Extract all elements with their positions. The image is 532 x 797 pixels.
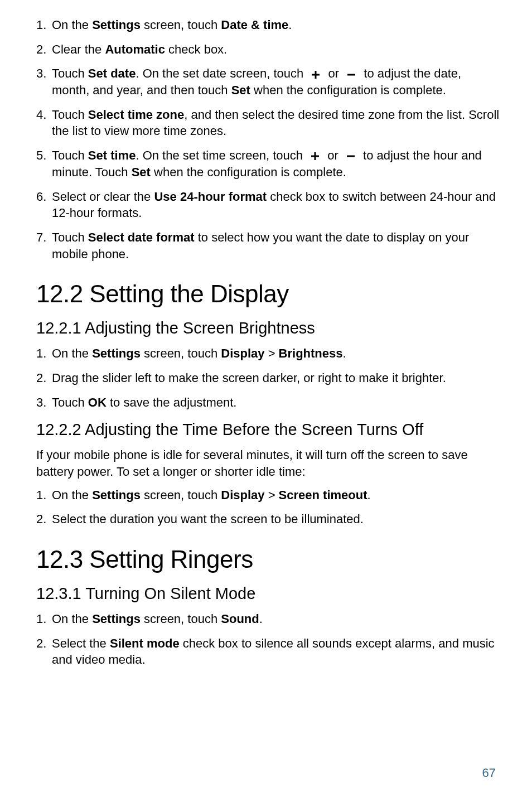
list-content: Drag the slider left to make the screen … — [52, 370, 501, 387]
list-number: 3. — [36, 65, 52, 98]
bold-text: Display — [221, 488, 264, 502]
list-item: 4. Touch Select time zone, and then sele… — [36, 107, 501, 139]
text: . — [367, 488, 371, 502]
list-item: 1. On the Settings screen, touch Display… — [36, 487, 501, 504]
text: check box. — [165, 42, 227, 56]
bold-text: Select time zone — [88, 108, 184, 122]
list-item: 1. On the Settings screen, touch Display… — [36, 345, 501, 362]
list-content: Touch Select date format to select how y… — [52, 229, 501, 262]
minus-icon — [345, 151, 356, 162]
bold-text: Screen timeout — [279, 488, 367, 502]
text: screen, touch — [141, 346, 221, 360]
bold-text: Settings — [92, 488, 141, 502]
list-item: 2. Select the Silent mode check box to s… — [36, 635, 501, 668]
list-item: 2. Select the duration you want the scre… — [36, 511, 501, 528]
bold-text: Select date format — [88, 230, 195, 244]
list-item: 2. Drag the slider left to make the scre… — [36, 370, 501, 387]
text: On the — [52, 488, 92, 502]
list-number: 2. — [36, 635, 52, 668]
paragraph: If your mobile phone is idle for several… — [36, 447, 501, 480]
text: . On the set time screen, touch — [136, 148, 306, 162]
list-content: On the Settings screen, touch Display > … — [52, 487, 501, 504]
bold-text: Automatic — [105, 42, 165, 56]
list-content: On the Settings screen, touch Date & tim… — [52, 17, 501, 33]
list-number: 4. — [36, 107, 52, 139]
text: or — [324, 148, 342, 162]
list-content: Select the Silent mode check box to sile… — [52, 635, 501, 668]
bold-text: Set time — [88, 148, 136, 162]
text: Drag the slider left to make the screen … — [52, 371, 446, 385]
list-item: 1. On the Settings screen, touch Date & … — [36, 17, 501, 33]
text: . — [288, 18, 292, 32]
list-item: 3. Touch Set date. On the set date scree… — [36, 65, 501, 98]
list-item: 1. On the Settings screen, touch Sound. — [36, 611, 501, 627]
page-number: 67 — [482, 766, 496, 780]
bold-text: Use 24-hour format — [154, 190, 267, 204]
minus-icon — [346, 69, 357, 80]
list-number: 1. — [36, 611, 52, 627]
text: . — [343, 346, 346, 360]
text: Select the — [52, 636, 110, 650]
bold-text: Silent mode — [110, 636, 180, 650]
bold-text: Date & time — [221, 18, 288, 32]
text: . — [259, 612, 263, 626]
list-item: 2. Clear the Automatic check box. — [36, 41, 501, 58]
intro-list: 1. On the Settings screen, touch Date & … — [36, 17, 501, 262]
text: or — [325, 66, 342, 80]
list-content: Touch OK to save the adjustment. — [52, 394, 501, 411]
list-content: Select the duration you want the screen … — [52, 511, 501, 528]
list-number: 3. — [36, 394, 52, 411]
text: . On the set date screen, touch — [136, 66, 307, 80]
list-number: 1. — [36, 487, 52, 504]
list-12-2-2: 1. On the Settings screen, touch Display… — [36, 487, 501, 528]
text: Touch — [52, 395, 88, 409]
plus-icon — [310, 69, 321, 80]
bold-text: Set date — [88, 66, 136, 80]
list-number: 5. — [36, 147, 52, 180]
bold-text: Settings — [92, 346, 141, 360]
text: Clear the — [52, 42, 105, 56]
list-content: On the Settings screen, touch Sound. — [52, 611, 501, 627]
text: Select the duration you want the screen … — [52, 512, 364, 526]
bold-text: Set — [132, 165, 151, 179]
bold-text: Brightness — [279, 346, 343, 360]
heading-12-2: 12.2 Setting the Display — [36, 280, 501, 308]
list-item: 3. Touch OK to save the adjustment. — [36, 394, 501, 411]
list-number: 1. — [36, 345, 52, 362]
text: to save the adjustment. — [107, 395, 237, 409]
text: > — [265, 488, 279, 502]
bold-text: Settings — [92, 612, 141, 626]
list-number: 2. — [36, 370, 52, 387]
list-number: 1. — [36, 17, 52, 33]
text: screen, touch — [141, 612, 221, 626]
list-number: 7. — [36, 229, 52, 262]
list-content: On the Settings screen, touch Display > … — [52, 345, 501, 362]
text: Touch — [52, 66, 88, 80]
plus-icon — [309, 151, 321, 162]
list-content: Select or clear the Use 24-hour format c… — [52, 189, 501, 221]
text: when the configuration is complete. — [151, 165, 346, 179]
list-number: 2. — [36, 511, 52, 528]
list-item: 5. Touch Set time. On the set time scree… — [36, 147, 501, 180]
text: On the — [52, 18, 92, 32]
heading-12-3-1: 12.3.1 Turning On Silent Mode — [36, 585, 501, 603]
bold-text: Sound — [221, 612, 259, 626]
text: On the — [52, 612, 92, 626]
text: when the configuration is complete. — [250, 83, 446, 97]
list-12-3-1: 1. On the Settings screen, touch Sound. … — [36, 611, 501, 668]
text: Touch — [52, 230, 88, 244]
bold-text: Set — [231, 83, 250, 97]
list-12-2-1: 1. On the Settings screen, touch Display… — [36, 345, 501, 410]
text: > — [265, 346, 279, 360]
text: screen, touch — [141, 18, 221, 32]
list-item: 7. Touch Select date format to select ho… — [36, 229, 501, 262]
bold-text: Display — [221, 346, 264, 360]
list-item: 6. Select or clear the Use 24-hour forma… — [36, 189, 501, 221]
list-content: Touch Select time zone, and then select … — [52, 107, 501, 139]
text: screen, touch — [141, 488, 221, 502]
text: Select or clear the — [52, 190, 154, 204]
text: Touch — [52, 108, 88, 122]
list-content: Clear the Automatic check box. — [52, 41, 501, 58]
bold-text: OK — [88, 395, 107, 409]
text: On the — [52, 346, 92, 360]
